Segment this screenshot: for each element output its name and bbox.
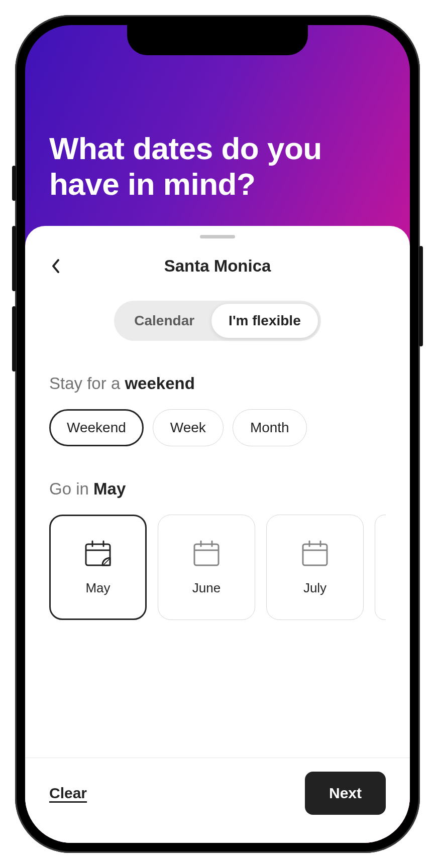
screen: What dates do you have in mind? Santa Mo… (25, 25, 410, 843)
month-option-may[interactable]: May (49, 515, 147, 620)
stay-option-weekend[interactable]: Weekend (49, 409, 144, 446)
month-option-july[interactable]: July (266, 515, 364, 620)
svg-rect-4 (194, 544, 219, 565)
stay-prefix: Stay for a (49, 374, 125, 393)
tab-group: Calendar I'm flexible (25, 301, 410, 341)
stay-option-week[interactable]: Week (153, 409, 224, 446)
stay-option-month[interactable]: Month (233, 409, 307, 446)
next-button[interactable]: Next (305, 772, 386, 815)
calendar-icon (83, 539, 113, 568)
calendar-icon (300, 539, 330, 568)
stay-label: Stay for a weekend (49, 374, 386, 393)
bottom-sheet: Santa Monica Calendar I'm flexible Stay … (25, 226, 410, 843)
side-button (12, 306, 16, 371)
go-label: Go in May (49, 479, 386, 499)
phone-frame: What dates do you have in mind? Santa Mo… (15, 15, 420, 853)
stay-value: weekend (125, 374, 194, 393)
chevron-left-icon (51, 259, 61, 274)
location-title: Santa Monica (164, 257, 271, 276)
side-button (419, 246, 423, 346)
calendar-icon (192, 539, 221, 568)
stay-options: Weekend Week Month (49, 409, 386, 446)
side-button (12, 226, 16, 291)
tab-calendar[interactable]: Calendar (117, 304, 211, 338)
notch (127, 25, 308, 55)
month-label: June (192, 580, 221, 596)
month-option-overflow[interactable] (375, 515, 386, 620)
back-button[interactable] (45, 255, 67, 277)
month-options: May June (49, 515, 386, 620)
svg-rect-8 (303, 544, 327, 565)
stay-section: Stay for a weekend Weekend Week Month (25, 374, 410, 446)
go-value: May (93, 479, 126, 498)
go-prefix: Go in (49, 479, 93, 498)
side-button (12, 166, 16, 201)
page-title: What dates do you have in mind? (49, 131, 386, 202)
sheet-header: Santa Monica (25, 243, 410, 289)
month-label: May (85, 580, 110, 596)
go-section: Go in May May (25, 479, 410, 620)
month-option-june[interactable]: June (158, 515, 255, 620)
footer: Clear Next (25, 758, 410, 843)
sheet-grabber[interactable] (200, 235, 235, 238)
tab-flexible[interactable]: I'm flexible (211, 304, 318, 338)
month-label: July (303, 580, 327, 596)
clear-button[interactable]: Clear (49, 785, 87, 802)
